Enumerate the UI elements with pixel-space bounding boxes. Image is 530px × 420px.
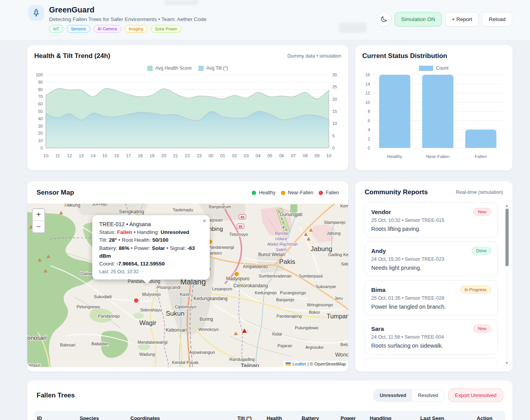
right-axis-tick: 10 — [332, 121, 337, 126]
map-place-label: Tumpang — [327, 313, 349, 320]
scrollbar-thumb[interactable] — [505, 209, 509, 266]
map-place-label: Jeru — [334, 296, 342, 301]
left-axis-tick: 80 — [38, 87, 43, 92]
report-item-partial[interactable] — [365, 358, 498, 366]
map-place-label: Tajinan — [240, 362, 259, 367]
legend-label-count: Count — [436, 65, 448, 71]
airport-label: Bandar — [275, 231, 289, 235]
report-meta: 24 Oct, 11:56 • Sensor TREE-004 — [371, 334, 491, 340]
reports-title: Community Reports — [365, 188, 428, 196]
legend-item-tilt[interactable]: Avg Tilt (°) — [198, 65, 228, 71]
left-axis-tick: 30 — [38, 124, 43, 128]
map-place-label: Mulyorejo — [142, 292, 161, 297]
map-place-label: Kidal — [272, 332, 282, 336]
col-id: ID — [37, 415, 80, 420]
trend-card-note: Dummy data • simulation — [288, 53, 341, 59]
popup-line: Tilt: 28° • Root Health: 50/100 — [99, 236, 203, 244]
right-axis-tick: 5 — [332, 134, 335, 138]
add-report-button[interactable]: + Report — [445, 12, 479, 26]
map-place-label: Kemiri — [340, 204, 348, 208]
scroll-up-icon[interactable]: ▲ — [505, 204, 509, 207]
resolution-tabs: Unresolved Resolved — [374, 389, 444, 402]
trend-card-title: Health & Tilt Trend (24h) — [34, 52, 110, 60]
x-axis-tick: 09 — [314, 153, 319, 158]
map-place-label: Sumberpasir — [299, 274, 323, 278]
map-place-label: Sumberkradenan — [259, 274, 291, 278]
report-item[interactable]: Vendor New 25 Oct, 10:32 • Sensor TREE-0… — [365, 202, 498, 237]
report-message: Needs light pruning. — [371, 265, 491, 271]
tab-unresolved[interactable]: Unresolved — [374, 390, 412, 401]
report-item[interactable]: Bima In Progress 25 Oct, 01:35 • Sensor … — [365, 280, 498, 315]
road-ref-label: 88 — [240, 215, 244, 219]
status-legend: Count — [362, 65, 505, 71]
left-axis-tick: 60 — [38, 102, 43, 106]
status-card-title: Current Status Distribution — [362, 52, 447, 60]
sensor-marker-near-fallen[interactable] — [234, 272, 239, 277]
legend-healthy-label: Healthy — [259, 190, 275, 195]
report-meta: 24 Oct, 15:20 • Sensor TREE-023 — [371, 257, 491, 262]
leaflet-link[interactable]: Leaflet — [292, 362, 306, 366]
status-badge: In Progress — [460, 286, 491, 293]
app-logo — [28, 5, 44, 21]
bar-category-label: Fallen — [475, 154, 487, 159]
sensor-marker-fallen[interactable] — [134, 298, 139, 303]
tag-imaging: Imaging — [125, 25, 147, 33]
dark-mode-button[interactable] — [376, 12, 391, 26]
map-place-label: Junrejo — [92, 204, 107, 207]
map-place-label: Banjararum — [209, 204, 231, 209]
scroll-down-icon[interactable]: ▼ — [505, 361, 509, 365]
bar-near-fallen[interactable] — [422, 75, 453, 148]
report-item[interactable]: Sara New 24 Oct, 11:56 • Sensor TREE-004… — [365, 319, 498, 354]
legend-item-health[interactable]: Avg Health Score — [147, 65, 191, 71]
x-axis-tick: 17 — [126, 153, 131, 158]
reports-note: Real-time (simulation) — [456, 190, 503, 195]
status-bar-chart: 0246810121416HealthyNear-FallenFallen — [362, 72, 505, 163]
popup-close-button[interactable]: × — [203, 218, 206, 225]
ukraine-flag-icon — [286, 362, 291, 366]
y-axis-tick: 14 — [365, 82, 370, 86]
bar-category-label: Healthy — [387, 154, 402, 159]
x-axis-tick: 22 — [185, 153, 190, 158]
bar-healthy[interactable] — [379, 75, 410, 148]
report-author: Vendor — [371, 209, 391, 215]
airport-label: Saleh — [276, 247, 286, 252]
y-axis-tick: 10 — [365, 100, 370, 105]
map-place-label: Arjowinangun — [189, 350, 215, 355]
x-axis-tick: 10 — [326, 153, 332, 158]
map-place-label: Pisangcandi — [157, 285, 181, 290]
popup-line: Last: 25 Oct, 10:32 — [99, 268, 203, 275]
map-legend: Healthy Near-Fallen Fallen — [252, 190, 339, 195]
leaflet-map[interactable]: 8888 MalangSukunWagirPakisJabungTumpangB… — [27, 204, 348, 367]
map-place-label: Belung — [340, 342, 348, 347]
x-axis-tick: 14 — [91, 153, 96, 158]
zoom-out-button[interactable]: − — [33, 221, 44, 232]
bar-fallen[interactable] — [465, 130, 497, 148]
reload-button[interactable]: Reload — [482, 12, 512, 26]
header-ghost — [339, 23, 367, 33]
export-unresolved-button[interactable]: Export Unresolved — [448, 388, 503, 402]
map-place-label: Ciptomulyo — [175, 304, 196, 309]
map-place-label: Wadung — [139, 352, 155, 357]
status-badge: Done — [472, 247, 491, 255]
x-axis-tick: 23 — [197, 153, 202, 158]
map-place-label: Pandanrejo — [98, 314, 120, 318]
report-item[interactable]: Andy Done 24 Oct, 15:20 • Sensor TREE-02… — [365, 241, 498, 276]
fallen-table-header: ID Species Coordinates Tilt (°) Health B… — [34, 411, 505, 420]
osm-attribution[interactable]: | © OpenStreetMap — [307, 362, 346, 366]
right-axis-tick: 25 — [332, 84, 337, 89]
simulation-toggle-button[interactable]: Simulation ON — [395, 12, 442, 26]
report-meta: 25 Oct, 10:32 • Sensor TREE-015 — [371, 218, 491, 223]
map-place-label: Lesanpuro — [212, 286, 232, 291]
legend-item-count[interactable]: Count — [419, 65, 448, 71]
map-place-label: Ampeldento — [243, 264, 268, 269]
map-place-label: Pakis — [279, 258, 295, 265]
reports-scrollbar[interactable]: ▲ ▼ — [505, 203, 509, 366]
map-zoom-control: + − — [32, 208, 45, 233]
page-title: GreenGuard — [49, 5, 95, 14]
tab-resolved[interactable]: Resolved — [412, 390, 444, 401]
right-axis-tick: 15 — [332, 109, 337, 114]
popup-body: TREE-012 • AngsanaStatus: Fallen • Handl… — [99, 220, 203, 275]
trend-legend: Avg Health Score Avg Tilt (°) — [34, 65, 341, 71]
zoom-in-button[interactable]: + — [33, 209, 44, 221]
report-author: Bima — [371, 286, 386, 293]
